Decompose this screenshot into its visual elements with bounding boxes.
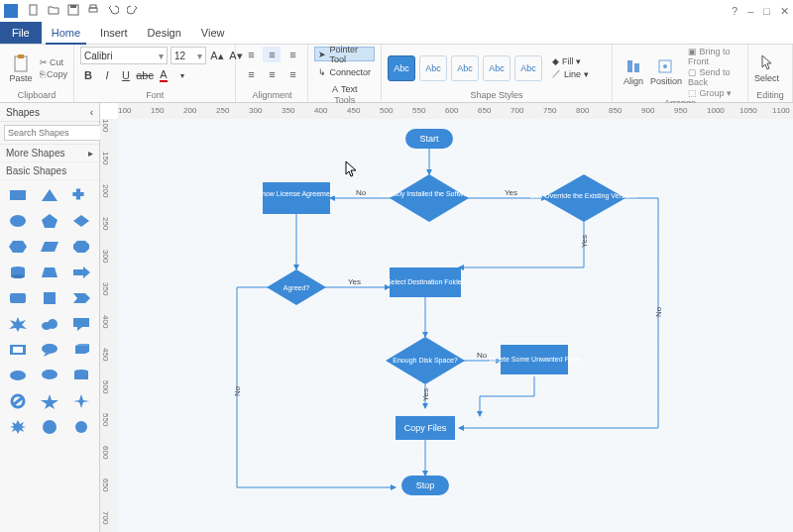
group-label-alignment: Alignment (242, 90, 301, 102)
svg-rect-7 (627, 60, 632, 72)
connector-tool-button[interactable]: ↳ Connector (315, 65, 374, 78)
ribbon: Paste ✂ Cut ⎘ Copy Clipboard Calibri▾ 12… (0, 45, 793, 103)
app-logo (4, 4, 18, 18)
menubar: File Home Insert Design View (0, 22, 793, 45)
style-swatch-3[interactable]: Abc (451, 55, 479, 81)
font-name-select[interactable]: Calibri▾ (80, 47, 168, 64)
cut-button[interactable]: ✂ Cut (40, 57, 67, 67)
align-top-icon[interactable]: ≡ (242, 47, 260, 62)
ribbon-group-editing: Select Editing (748, 45, 793, 102)
titlebar: ? – □ ✕ (0, 0, 793, 22)
bold-button[interactable]: B (80, 67, 96, 83)
underline-button[interactable]: U (118, 67, 134, 83)
ribbon-group-tools: ➤ Pointer Tool ↳ Connector A Text Tools (308, 45, 382, 102)
group-button[interactable]: ⬚ Group ▾ (688, 88, 741, 98)
new-icon[interactable] (28, 4, 40, 18)
fill-button[interactable]: ◆ Fill ▾ (552, 56, 589, 66)
svg-rect-8 (634, 63, 639, 72)
maximize-icon[interactable]: □ (763, 5, 770, 17)
open-icon[interactable] (48, 4, 59, 18)
italic-button[interactable]: I (99, 67, 115, 83)
svg-rect-0 (30, 5, 37, 15)
line-button[interactable]: ／ Line ▾ (552, 67, 589, 80)
print-icon[interactable] (87, 4, 99, 18)
paste-button[interactable]: Paste (6, 50, 36, 87)
close-icon[interactable]: ✕ (780, 5, 789, 18)
position-button[interactable]: Position (650, 58, 680, 86)
svg-rect-4 (90, 5, 96, 8)
bring-front-button[interactable]: ▣ Bring to Front (688, 47, 741, 66)
align-right-icon[interactable]: ≡ (283, 66, 301, 82)
align-left-icon[interactable]: ≡ (242, 66, 260, 82)
tab-design[interactable]: Design (138, 22, 191, 44)
tab-insert[interactable]: Insert (90, 22, 138, 44)
undo-icon[interactable] (107, 4, 119, 18)
font-color-button[interactable]: A (156, 67, 171, 83)
svg-rect-6 (18, 54, 24, 58)
align-bottom-icon[interactable]: ≡ (283, 47, 301, 62)
grow-font-icon[interactable]: A▴ (209, 48, 225, 63)
group-label-styles: Shape Styles (388, 90, 606, 102)
style-swatch-4[interactable]: Abc (483, 55, 510, 81)
group-label-editing: Editing (754, 90, 786, 102)
pointer-tool-button[interactable]: ➤ Pointer Tool (314, 47, 375, 61)
svg-rect-3 (89, 8, 97, 12)
strike-button[interactable]: abc (137, 67, 153, 83)
tab-view[interactable]: View (191, 22, 235, 44)
ribbon-group-clipboard: Paste ✂ Cut ⎘ Copy Clipboard (0, 45, 74, 102)
font-color-drop-icon[interactable]: ▾ (174, 67, 190, 83)
quick-access-toolbar (28, 4, 139, 18)
align-middle-icon[interactable]: ≡ (263, 47, 281, 62)
ribbon-group-arrange: Align Position ▣ Bring to Front ▢ Send t… (613, 45, 748, 102)
file-tab[interactable]: File (0, 22, 42, 44)
send-back-button[interactable]: ▢ Send to Back (688, 67, 741, 87)
ribbon-group-styles: Abc Abc Abc Abc Abc ◆ Fill ▾ ／ Line ▾ Sh… (382, 45, 613, 102)
align-button[interactable]: Align (619, 58, 648, 86)
group-label-tools: Tools (314, 95, 375, 103)
minimize-icon[interactable]: – (747, 5, 753, 17)
copy-button[interactable]: ⎘ Copy (40, 69, 67, 79)
svg-point-10 (663, 64, 667, 68)
group-label-clipboard: Clipboard (6, 90, 67, 102)
save-icon[interactable] (67, 4, 79, 18)
text-tool-button[interactable]: A Text (329, 82, 361, 95)
align-center-icon[interactable]: ≡ (263, 66, 281, 82)
help-icon[interactable]: ? (732, 5, 737, 17)
ribbon-group-font: Calibri▾ 12▾ A▴ A▾ B I U abc A ▾ Font (74, 45, 236, 102)
group-label-font: Font (80, 90, 229, 102)
tab-home[interactable]: Home (42, 22, 90, 44)
select-button[interactable]: Select (754, 53, 779, 83)
style-swatch-5[interactable]: Abc (514, 55, 542, 81)
ribbon-group-alignment: ≡ ≡ ≡ ≡ ≡ ≡ Alignment (236, 45, 308, 102)
svg-rect-2 (70, 5, 76, 8)
redo-icon[interactable] (127, 4, 139, 18)
style-swatch-2[interactable]: Abc (419, 55, 447, 81)
style-swatch-1[interactable]: Abc (388, 55, 415, 81)
svg-rect-5 (15, 56, 27, 71)
font-size-select[interactable]: 12▾ (170, 47, 206, 64)
